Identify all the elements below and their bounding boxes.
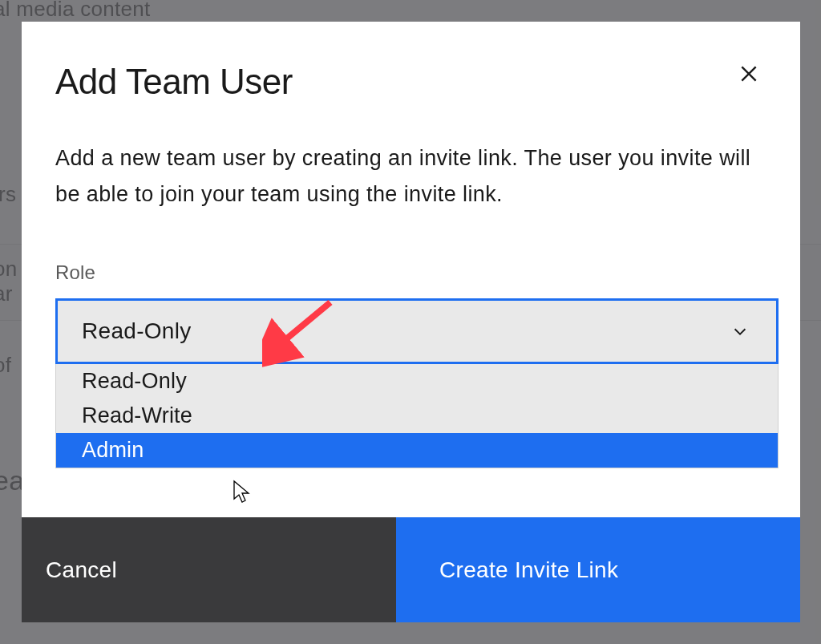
modal-body: Add Team User Add a new team user by cre…	[22, 22, 800, 517]
modal-footer: Cancel Create Invite Link	[22, 517, 800, 622]
role-option-read-write[interactable]: Read-Write	[56, 399, 778, 433]
cancel-button[interactable]: Cancel	[22, 517, 396, 622]
role-select-wrap: Read-Only Read-Only Read-Write Admin	[55, 298, 779, 364]
close-button[interactable]	[733, 59, 765, 91]
add-team-user-modal: Add Team User Add a new team user by cre…	[22, 22, 800, 622]
create-invite-link-button[interactable]: Create Invite Link	[396, 517, 800, 622]
modal-description: Add a new team user by creating an invit…	[55, 140, 766, 213]
role-select-value: Read-Only	[82, 318, 192, 344]
role-field-label: Role	[55, 261, 766, 284]
modal-title: Add Team User	[55, 62, 766, 102]
role-select[interactable]: Read-Only	[55, 298, 779, 364]
close-icon	[738, 63, 759, 87]
role-option-read-only[interactable]: Read-Only	[56, 364, 778, 399]
chevron-down-icon	[731, 322, 749, 340]
role-option-admin[interactable]: Admin	[56, 433, 778, 468]
cancel-button-label: Cancel	[46, 557, 117, 583]
cursor-icon	[233, 480, 252, 504]
create-invite-link-label: Create Invite Link	[439, 557, 618, 583]
role-dropdown: Read-Only Read-Write Admin	[55, 364, 779, 468]
